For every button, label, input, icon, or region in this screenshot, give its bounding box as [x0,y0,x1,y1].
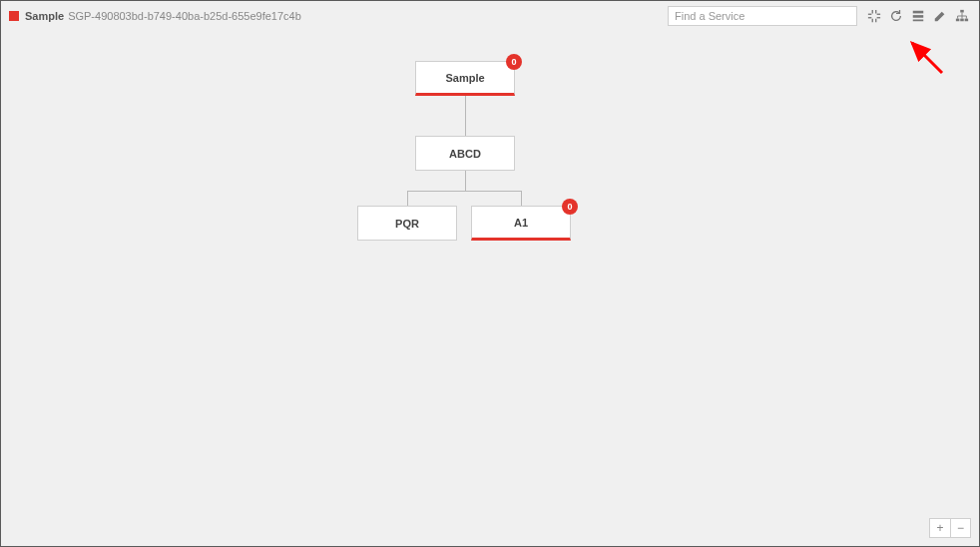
toolbar [863,1,973,31]
node-a1[interactable]: A1 0 [471,206,571,241]
status-badge: 0 [506,54,522,70]
search-input[interactable] [668,6,857,26]
collapse-icon[interactable] [863,5,885,27]
node-sample[interactable]: Sample 0 [415,61,515,96]
connector-line [407,191,408,206]
node-label: Sample [445,72,484,84]
svg-rect-14 [965,19,969,22]
edit-icon[interactable] [929,5,951,27]
page-title: Sample [25,10,64,22]
node-label: A1 [514,217,528,229]
svg-rect-11 [960,10,964,13]
svg-rect-10 [913,20,924,22]
page-id: SGP-490803bd-b749-40ba-b25d-655e9fe17c4b [68,10,301,22]
connector-line [521,191,522,206]
refresh-icon[interactable] [885,5,907,27]
svg-line-20 [912,43,942,73]
svg-rect-9 [913,15,924,18]
node-pqr[interactable]: PQR [357,206,457,241]
zoom-in-button[interactable]: + [930,519,950,537]
connector-line [465,96,466,136]
zoom-out-button[interactable]: − [950,519,970,537]
header-bar: Sample SGP-490803bd-b749-40ba-b25d-655e9… [1,1,979,31]
tree-icon[interactable] [951,5,973,27]
diagram-canvas[interactable]: Sample 0 ABCD PQR A1 0 [1,31,979,546]
node-label: PQR [395,218,419,230]
svg-rect-8 [913,11,924,14]
node-abcd[interactable]: ABCD [415,136,515,171]
layout-icon[interactable] [907,5,929,27]
annotation-arrow [902,37,947,81]
connector-line [407,191,521,192]
svg-rect-13 [960,19,964,22]
node-label: ABCD [449,148,481,160]
app-frame: Sample SGP-490803bd-b749-40ba-b25d-655e9… [0,0,980,547]
connector-line [465,171,466,191]
status-badge: 0 [562,199,578,215]
svg-rect-12 [956,19,960,22]
zoom-control: + − [929,518,971,538]
app-square-icon [9,11,19,21]
